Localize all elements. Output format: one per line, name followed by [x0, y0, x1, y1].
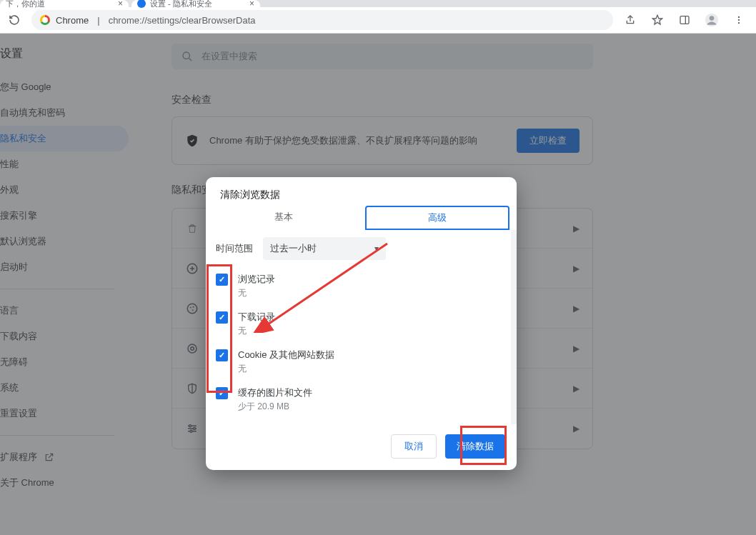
time-range-label: 时间范围: [216, 242, 253, 255]
checkbox-browsing-history[interactable]: [216, 274, 228, 286]
tab-title: 下，你的道: [6, 0, 45, 9]
clear-data-button[interactable]: 清除数据: [445, 434, 505, 459]
svg-point-5: [738, 22, 740, 24]
option-subtitle: 无: [238, 363, 334, 375]
option-title: 浏览记录: [238, 273, 275, 286]
sidepanel-icon[interactable]: [675, 10, 695, 30]
settings-favicon-icon: [137, 0, 146, 8]
option-browsing-history[interactable]: 浏览记录 无: [216, 267, 501, 305]
svg-point-4: [738, 19, 740, 21]
profile-icon[interactable]: [702, 10, 722, 30]
option-title: 缓存的图片和文件: [238, 386, 312, 399]
browser-tab-2[interactable]: 设置 - 隐私和安全 ×: [131, 0, 260, 7]
share-icon[interactable]: [620, 10, 640, 30]
tab-basic[interactable]: 基本: [213, 206, 355, 230]
chrome-icon: [40, 15, 50, 25]
bookmark-icon[interactable]: [647, 10, 667, 30]
checkbox-cookies[interactable]: [216, 349, 228, 361]
option-passwords[interactable]: 密码和其他登录数据 无: [216, 419, 501, 424]
reload-button[interactable]: [4, 10, 24, 30]
browser-toolbar: Chrome | chrome://settings/clearBrowserD…: [0, 7, 756, 34]
option-download-history[interactable]: 下载记录 无: [216, 305, 501, 343]
checkbox-cache[interactable]: [216, 387, 228, 399]
time-range-value: 过去一小时: [270, 242, 317, 255]
option-subtitle: 少于 20.9 MB: [238, 401, 312, 413]
option-title: Cookie 及其他网站数据: [238, 349, 334, 361]
close-icon[interactable]: ×: [118, 0, 123, 9]
omnibox-url: chrome://settings/clearBrowserData: [109, 15, 256, 26]
browser-tab-strip: 下，你的道 × 设置 - 隐私和安全 ×: [0, 0, 756, 7]
option-title: 下载记录: [238, 311, 275, 324]
tab-advanced[interactable]: 高级: [365, 206, 510, 230]
cancel-button[interactable]: 取消: [391, 434, 437, 459]
menu-icon[interactable]: [729, 10, 749, 30]
dialog-title: 清除浏览数据: [206, 177, 517, 206]
svg-point-2: [710, 16, 715, 21]
dialog-body: 时间范围 过去一小时 浏览记录 无 下载记录 无: [206, 230, 517, 424]
option-subtitle: 无: [238, 325, 275, 337]
option-cache[interactable]: 缓存的图片和文件 少于 20.9 MB: [216, 381, 501, 419]
option-cookies[interactable]: Cookie 及其他网站数据 无: [216, 343, 501, 381]
checkbox-download-history[interactable]: [216, 311, 228, 324]
option-subtitle: 无: [238, 287, 275, 299]
svg-rect-0: [680, 16, 689, 24]
clear-data-dialog: 清除浏览数据 基本 高级 时间范围 过去一小时 浏览记录 无: [206, 177, 517, 470]
address-bar[interactable]: Chrome | chrome://settings/clearBrowserD…: [31, 10, 613, 30]
browser-tab-1[interactable]: 下，你的道 ×: [0, 0, 129, 7]
close-icon[interactable]: ×: [249, 0, 254, 9]
dialog-tabs: 基本 高级: [206, 206, 517, 230]
omnibox-product: Chrome: [56, 15, 89, 26]
separator: |: [97, 15, 99, 26]
time-range-select[interactable]: 过去一小时: [263, 237, 386, 260]
svg-point-3: [738, 16, 740, 18]
tab-title: 设置 - 隐私和安全: [150, 0, 212, 9]
dialog-actions: 取消 清除数据: [206, 424, 517, 470]
